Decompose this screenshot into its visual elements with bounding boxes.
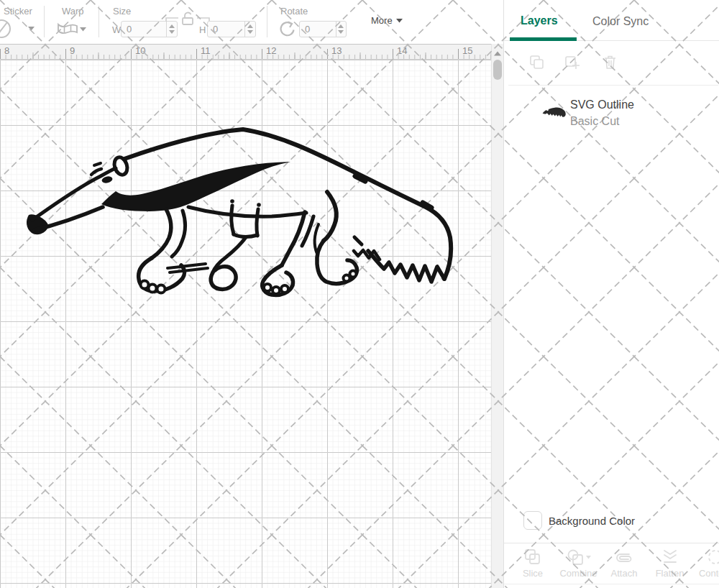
- flatten-label: Flatten: [656, 568, 684, 579]
- height-stepper[interactable]: [244, 22, 255, 37]
- layer-tools-row: [504, 52, 719, 76]
- more-caret-down-icon: [396, 19, 403, 23]
- size-group-label: Size: [113, 6, 131, 17]
- warp-group-label: Warp: [62, 6, 84, 17]
- panel-divider: [508, 85, 718, 86]
- tab-color-sync[interactable]: Color Sync: [592, 15, 649, 28]
- toolbar-divider: [44, 6, 45, 37]
- toolbar-divider: [99, 6, 99, 37]
- attach-button[interactable]: Attach: [603, 548, 646, 584]
- combine-label: Combine: [559, 568, 597, 579]
- vertical-scrollbar[interactable]: [491, 44, 503, 588]
- active-tab-underline: [510, 37, 577, 41]
- flatten-button[interactable]: Flatten: [649, 548, 692, 584]
- sticker-shape-icon[interactable]: [0, 18, 20, 40]
- height-field-label: H: [199, 24, 206, 35]
- combine-icon: [566, 548, 592, 566]
- warp-icon[interactable]: [58, 22, 78, 37]
- layer-thumbnail-anteater: [541, 104, 569, 120]
- duplicate-icon[interactable]: [564, 54, 581, 71]
- attach-label: Attach: [611, 568, 638, 579]
- layer-item-svg-outline[interactable]: SVG Outline Basic Cut: [504, 92, 719, 134]
- width-field-label: W: [112, 24, 121, 35]
- height-input[interactable]: [208, 22, 244, 37]
- design-app: Sticker Warp Size W: [0, 0, 719, 588]
- scrollbar-thumb[interactable]: [493, 60, 502, 80]
- actions-bottom-line: [504, 584, 719, 584]
- scroll-up-arrow-icon[interactable]: [493, 51, 502, 56]
- background-color-label: Background Color: [549, 515, 635, 527]
- top-toolbar: Sticker Warp Size W: [0, 0, 503, 44]
- layer-operation: Basic Cut: [570, 115, 619, 128]
- attach-icon: [614, 548, 634, 566]
- layer-name: SVG Outline: [570, 98, 634, 111]
- layers-panel: Layers Color Sync SVG: [503, 0, 719, 588]
- more-label: More: [371, 15, 393, 26]
- slice-label: Slice: [523, 568, 543, 579]
- flatten-icon: [661, 548, 679, 566]
- layer-actions-bar: Slice Combine Attach Flat: [504, 543, 719, 584]
- background-color-row: Background Color: [504, 506, 719, 538]
- contour-button[interactable]: Contour: [694, 548, 719, 584]
- tab-layers[interactable]: Layers: [521, 14, 558, 27]
- slice-button[interactable]: Slice: [511, 548, 554, 584]
- warp-caret-down-icon[interactable]: [80, 27, 87, 32]
- canvas-object-anteater-outline[interactable]: [0, 44, 491, 588]
- rotate-input[interactable]: [300, 22, 336, 37]
- rotate-group-label: Rotate: [280, 6, 308, 17]
- slice-icon: [523, 548, 542, 566]
- contour-label: Contour: [699, 568, 719, 579]
- combine-button[interactable]: Combine: [557, 548, 600, 584]
- sticker-caret-down-icon[interactable]: [28, 27, 35, 31]
- height-input-wrap: [207, 21, 256, 37]
- rotate-icon[interactable]: [278, 20, 296, 37]
- toolbar-divider: [267, 6, 267, 37]
- delete-trash-icon[interactable]: [602, 54, 619, 71]
- rotate-stepper[interactable]: [336, 22, 346, 37]
- group-icon[interactable]: [528, 54, 546, 71]
- width-input[interactable]: [122, 22, 166, 37]
- more-button[interactable]: More: [371, 15, 403, 26]
- contour-icon: [706, 548, 719, 566]
- sticker-group-label: Sticker: [4, 6, 32, 17]
- background-color-swatch[interactable]: [523, 511, 542, 530]
- rotate-input-wrap: [299, 21, 347, 37]
